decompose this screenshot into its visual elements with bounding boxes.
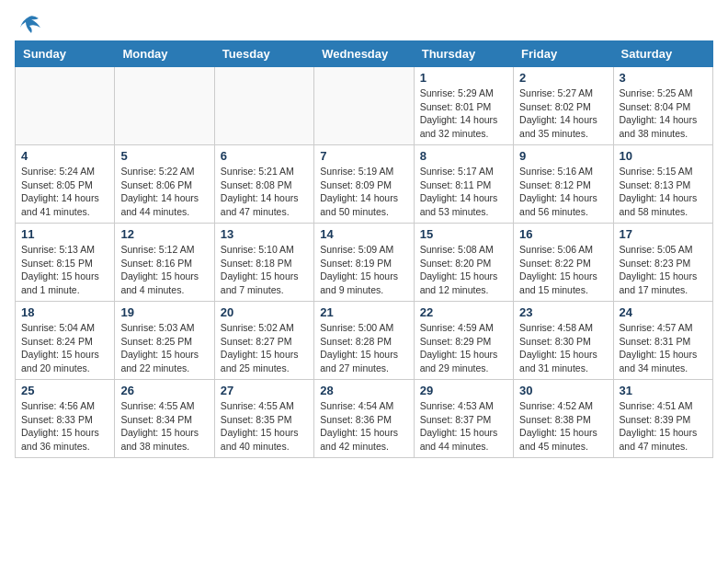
week-row-2: 4Sunrise: 5:24 AMSunset: 8:05 PMDaylight… xyxy=(16,145,713,224)
cell-info: Sunrise: 5:16 AM xyxy=(519,165,607,178)
calendar-cell: 8Sunrise: 5:17 AMSunset: 8:11 PMDaylight… xyxy=(414,145,513,224)
cell-info: and 7 minutes. xyxy=(221,283,308,297)
cell-info: Sunrise: 4:57 AM xyxy=(620,321,707,335)
cell-info: and 27 minutes. xyxy=(320,362,407,375)
cell-info: Sunset: 8:39 PM xyxy=(620,413,707,427)
cell-info: Sunset: 8:08 PM xyxy=(221,178,308,192)
calendar-cell: 30Sunrise: 4:52 AMSunset: 8:38 PMDayligh… xyxy=(514,380,613,458)
day-number: 8 xyxy=(420,149,507,163)
cell-info: Sunrise: 5:22 AM xyxy=(120,165,208,178)
cell-info: and 38 minutes. xyxy=(620,127,707,141)
calendar-cell xyxy=(314,67,414,145)
cell-info: Sunrise: 5:05 AM xyxy=(620,243,707,257)
day-header-tuesday: Tuesday xyxy=(214,41,313,67)
cell-info: Sunset: 8:34 PM xyxy=(120,413,208,427)
cell-info: and 35 minutes. xyxy=(519,127,607,141)
cell-info: and 36 minutes. xyxy=(21,440,108,454)
day-number: 21 xyxy=(320,305,407,319)
cell-info: Sunrise: 5:19 AM xyxy=(320,165,407,178)
cell-info: Sunset: 8:16 PM xyxy=(120,257,208,270)
calendar-cell xyxy=(214,67,313,145)
calendar-cell: 18Sunrise: 5:04 AMSunset: 8:24 PMDayligh… xyxy=(16,302,115,380)
day-header-saturday: Saturday xyxy=(613,41,712,67)
cell-info: Daylight: 14 hours xyxy=(620,191,707,205)
cell-info: Sunrise: 5:24 AM xyxy=(21,165,108,178)
calendar-cell: 16Sunrise: 5:06 AMSunset: 8:22 PMDayligh… xyxy=(514,224,613,302)
cell-info: Sunrise: 5:21 AM xyxy=(221,165,308,178)
cell-info: and 15 minutes. xyxy=(519,283,607,297)
calendar-cell: 27Sunrise: 4:55 AMSunset: 8:35 PMDayligh… xyxy=(214,380,313,458)
cell-info: Sunset: 8:24 PM xyxy=(21,335,108,349)
cell-info: and 20 minutes. xyxy=(21,362,108,375)
cell-info: Daylight: 15 hours xyxy=(320,270,407,283)
cell-info: Sunset: 8:06 PM xyxy=(120,178,208,192)
week-row-5: 25Sunrise: 4:56 AMSunset: 8:33 PMDayligh… xyxy=(16,380,713,458)
cell-info: Sunrise: 5:13 AM xyxy=(21,243,108,257)
cell-info: and 47 minutes. xyxy=(620,440,707,454)
cell-info: Sunrise: 4:56 AM xyxy=(21,399,108,413)
day-number: 5 xyxy=(120,149,208,163)
day-number: 24 xyxy=(620,305,707,319)
calendar-cell: 20Sunrise: 5:02 AMSunset: 8:27 PMDayligh… xyxy=(214,302,313,380)
calendar-cell: 3Sunrise: 5:25 AMSunset: 8:04 PMDaylight… xyxy=(613,67,712,145)
cell-info: and 29 minutes. xyxy=(420,362,507,375)
cell-info: and 41 minutes. xyxy=(21,205,108,219)
day-number: 26 xyxy=(120,384,208,397)
cell-info: Sunrise: 5:09 AM xyxy=(320,243,407,257)
calendar-cell: 9Sunrise: 5:16 AMSunset: 8:12 PMDaylight… xyxy=(514,145,613,224)
cell-info: Sunrise: 4:55 AM xyxy=(221,399,308,413)
day-number: 13 xyxy=(221,227,308,241)
cell-info: Sunset: 8:38 PM xyxy=(519,413,607,427)
cell-info: Sunrise: 5:00 AM xyxy=(320,321,407,335)
cell-info: Sunset: 8:37 PM xyxy=(420,413,507,427)
cell-info: and 42 minutes. xyxy=(320,440,407,454)
logo xyxy=(15,15,42,31)
cell-info: Sunrise: 4:54 AM xyxy=(320,399,407,413)
cell-info: Sunrise: 5:29 AM xyxy=(420,86,507,100)
cell-info: Sunrise: 4:51 AM xyxy=(620,399,707,413)
cell-info: and 9 minutes. xyxy=(320,283,407,297)
cell-info: Daylight: 15 hours xyxy=(21,426,108,440)
day-header-sunday: Sunday xyxy=(16,41,115,67)
cell-info: Daylight: 14 hours xyxy=(420,113,507,127)
cell-info: Daylight: 14 hours xyxy=(620,113,707,127)
cell-info: and 22 minutes. xyxy=(120,362,208,375)
calendar-cell: 1Sunrise: 5:29 AMSunset: 8:01 PMDaylight… xyxy=(414,67,513,145)
cell-info: Daylight: 15 hours xyxy=(620,270,707,283)
calendar-cell: 29Sunrise: 4:53 AMSunset: 8:37 PMDayligh… xyxy=(414,380,513,458)
cell-info: Sunrise: 4:55 AM xyxy=(120,399,208,413)
cell-info: and 12 minutes. xyxy=(420,283,507,297)
cell-info: Sunset: 8:20 PM xyxy=(420,257,507,270)
cell-info: Sunrise: 5:03 AM xyxy=(120,321,208,335)
cell-info: Sunset: 8:29 PM xyxy=(420,335,507,349)
cell-info: Sunset: 8:33 PM xyxy=(21,413,108,427)
day-number: 19 xyxy=(120,305,208,319)
cell-info: and 45 minutes. xyxy=(519,440,607,454)
cell-info: Daylight: 15 hours xyxy=(21,348,108,362)
cell-info: Sunset: 8:01 PM xyxy=(420,100,507,114)
cell-info: and 1 minute. xyxy=(21,283,108,297)
cell-info: and 56 minutes. xyxy=(519,205,607,219)
cell-info: Daylight: 15 hours xyxy=(221,270,308,283)
day-number: 27 xyxy=(221,384,308,397)
cell-info: and 4 minutes. xyxy=(120,283,208,297)
cell-info: Sunrise: 5:04 AM xyxy=(21,321,108,335)
day-number: 29 xyxy=(420,384,507,397)
day-number: 17 xyxy=(620,227,707,241)
cell-info: Sunrise: 5:02 AM xyxy=(221,321,308,335)
cell-info: Daylight: 15 hours xyxy=(519,270,607,283)
cell-info: and 58 minutes. xyxy=(620,205,707,219)
cell-info: Daylight: 15 hours xyxy=(519,348,607,362)
calendar-cell: 4Sunrise: 5:24 AMSunset: 8:05 PMDaylight… xyxy=(16,145,115,224)
page-header xyxy=(15,15,713,31)
cell-info: Sunset: 8:13 PM xyxy=(620,178,707,192)
cell-info: Sunrise: 4:58 AM xyxy=(519,321,607,335)
cell-info: Sunrise: 4:53 AM xyxy=(420,399,507,413)
day-number: 28 xyxy=(320,384,407,397)
cell-info: Sunrise: 5:27 AM xyxy=(519,86,607,100)
week-row-4: 18Sunrise: 5:04 AMSunset: 8:24 PMDayligh… xyxy=(16,302,713,380)
cell-info: Sunset: 8:22 PM xyxy=(519,257,607,270)
cell-info: Daylight: 14 hours xyxy=(21,191,108,205)
cell-info: Sunset: 8:23 PM xyxy=(620,257,707,270)
day-number: 16 xyxy=(519,227,607,241)
